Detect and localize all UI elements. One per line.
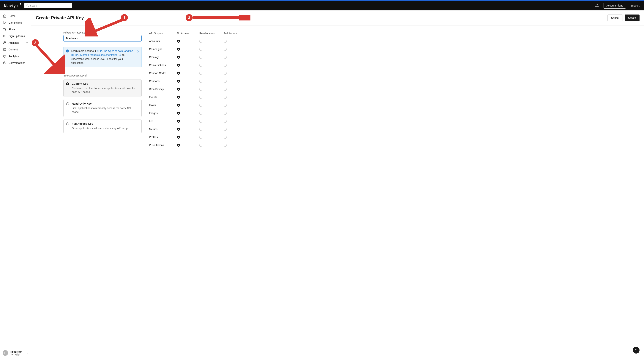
scope-radio-full[interactable]	[224, 64, 226, 67]
scope-radio-read[interactable]	[200, 88, 202, 91]
scopes-col-full: Full Access	[224, 32, 246, 35]
scope-radio-read[interactable]	[200, 136, 202, 139]
scope-radio-read[interactable]	[200, 80, 202, 83]
brand-text: klaviyo	[4, 2, 18, 8]
scope-radio-no[interactable]	[177, 144, 180, 147]
scope-radio-full[interactable]	[224, 144, 226, 147]
radio-icon	[66, 102, 69, 105]
scope-radio-read[interactable]	[200, 72, 202, 75]
notifications-button[interactable]	[594, 2, 600, 8]
access-option-desc: Limit applications to read-only access f…	[72, 106, 138, 114]
scope-row: Flows	[149, 101, 246, 109]
cancel-button[interactable]: Cancel	[608, 14, 623, 21]
header-bar: klaviyo ▝ Account Plans Support	[0, 1, 644, 10]
scope-radio-full[interactable]	[224, 88, 226, 91]
scope-radio-no[interactable]	[177, 120, 180, 123]
sidebar-item-home[interactable]: Home	[0, 13, 31, 19]
scope-name: Images	[149, 112, 177, 115]
scope-radio-no[interactable]	[177, 56, 180, 59]
scope-row: Data Privacy	[149, 85, 246, 93]
sidebar-item-label: Audience	[8, 41, 20, 44]
forms-icon	[3, 34, 6, 38]
sidebar-item-content[interactable]: Content	[0, 46, 31, 53]
scope-radio-no[interactable]	[177, 40, 180, 43]
scope-radio-read[interactable]	[200, 104, 202, 107]
scope-radio-full[interactable]	[224, 104, 226, 107]
scope-radio-full[interactable]	[224, 48, 226, 51]
scope-radio-full[interactable]	[224, 120, 226, 123]
sidebar-item-audience[interactable]: Audience	[0, 39, 31, 46]
scope-row: Events	[149, 93, 246, 101]
scope-radio-no[interactable]	[177, 80, 180, 83]
info-banner: i Learn more about our APIs, the types o…	[63, 47, 142, 67]
scope-radio-read[interactable]	[200, 64, 202, 67]
access-option-read-only-key[interactable]: Read-Only Key Limit applications to read…	[63, 99, 142, 117]
scopes-col-no: No Access	[177, 32, 200, 35]
create-button[interactable]: Create	[624, 14, 640, 21]
sidebar: Home Campaigns Flows Sign-up forms Audie…	[0, 10, 31, 358]
support-link[interactable]: Support	[630, 4, 640, 7]
scope-radio-no[interactable]	[177, 96, 180, 99]
chevron-down-icon	[26, 41, 28, 44]
chevron-down-icon	[26, 48, 28, 51]
scope-radio-no[interactable]	[177, 112, 180, 115]
brand-logo[interactable]: klaviyo ▝	[4, 2, 21, 8]
scope-radio-full[interactable]	[224, 136, 226, 139]
scope-name: Profiles	[149, 136, 177, 139]
banner-close-button[interactable]: ✕	[137, 49, 140, 54]
scope-row: Conversations	[149, 61, 246, 69]
account-switcher[interactable]: P Pipedream pierce@piped...	[0, 348, 31, 358]
scope-radio-read[interactable]	[200, 48, 202, 51]
scope-radio-full[interactable]	[224, 80, 226, 83]
annotation-arrow-2	[35, 44, 65, 74]
scope-name: Campaigns	[149, 48, 177, 51]
scope-name: Flows	[149, 104, 177, 107]
scope-radio-full[interactable]	[224, 96, 226, 99]
scope-radio-read[interactable]	[200, 56, 202, 59]
content-icon	[3, 48, 6, 51]
banner-prefix: Learn more about our	[71, 49, 97, 52]
scope-radio-no[interactable]	[177, 64, 180, 67]
account-plans-button[interactable]: Account Plans	[604, 2, 626, 8]
scope-radio-full[interactable]	[224, 72, 226, 75]
scope-radio-read[interactable]	[200, 120, 202, 123]
help-button[interactable]: ?	[633, 347, 640, 354]
svg-point-10	[5, 42, 6, 43]
conversations-icon	[3, 61, 6, 65]
scope-radio-no[interactable]	[177, 136, 180, 139]
scope-radio-read[interactable]	[200, 144, 202, 147]
scope-radio-no[interactable]	[177, 48, 180, 51]
sidebar-item-flows[interactable]: Flows	[0, 26, 31, 33]
audience-icon	[3, 41, 6, 44]
search-wrap	[24, 3, 72, 8]
scope-radio-full[interactable]	[224, 112, 226, 115]
scope-radio-no[interactable]	[177, 72, 180, 75]
scope-radio-no[interactable]	[177, 104, 180, 107]
scope-radio-no[interactable]	[177, 128, 180, 131]
scope-row: Catalogs	[149, 53, 246, 61]
scope-radio-full[interactable]	[224, 56, 226, 59]
scope-radio-full[interactable]	[224, 40, 226, 43]
scope-name: List	[149, 120, 177, 123]
sidebar-item-analytics[interactable]: Analytics	[0, 53, 31, 60]
scope-radio-read[interactable]	[200, 96, 202, 99]
access-option-custom-key[interactable]: Custom Key Customize the level of access…	[63, 79, 142, 97]
sidebar-item-conversations[interactable]: Conversations	[0, 60, 31, 66]
scopes-col-scope: API Scopes	[149, 32, 177, 35]
scope-radio-no[interactable]	[177, 88, 180, 91]
scope-row: Accounts	[149, 37, 246, 45]
search-input[interactable]	[24, 3, 72, 8]
access-option-full-access-key[interactable]: Full Access Key Grant applications full …	[63, 119, 142, 133]
sidebar-item-sign-up-forms[interactable]: Sign-up forms	[0, 33, 31, 39]
scope-radio-read[interactable]	[200, 112, 202, 115]
annotation-badge-3: 3	[186, 14, 193, 21]
svg-point-9	[4, 41, 5, 43]
svg-point-4	[5, 30, 6, 31]
scope-radio-full[interactable]	[224, 128, 226, 131]
external-link-icon	[119, 53, 121, 57]
scope-radio-read[interactable]	[200, 128, 202, 131]
scopes-header: API Scopes No Access Read Access Full Ac…	[149, 31, 246, 37]
scope-radio-read[interactable]	[200, 40, 202, 43]
scope-name: Data Privacy	[149, 88, 177, 91]
sidebar-item-campaigns[interactable]: Campaigns	[0, 19, 31, 26]
